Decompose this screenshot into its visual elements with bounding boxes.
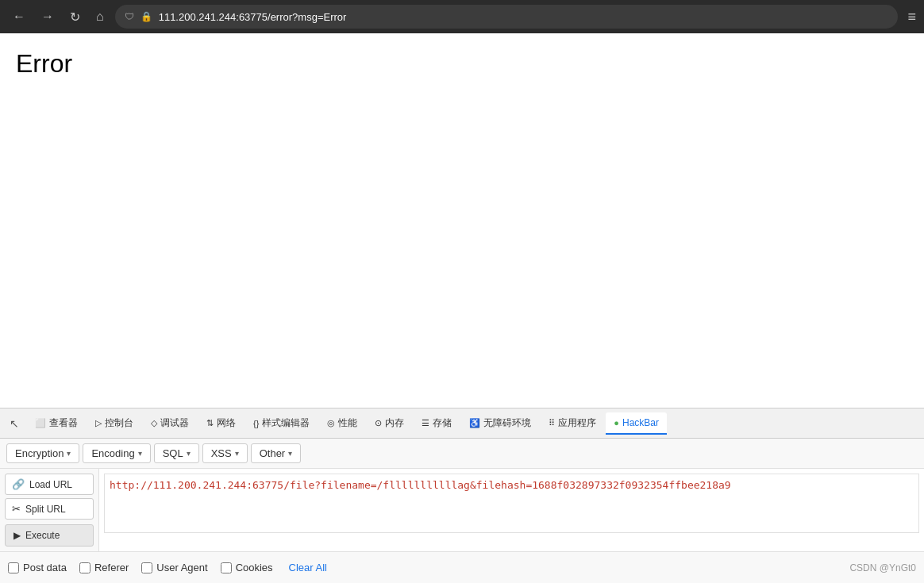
- memory-icon: ⊙: [375, 418, 382, 428]
- inspector-icon: ⬜: [35, 418, 46, 428]
- style-icon: {}: [253, 419, 259, 428]
- storage-icon: ☰: [422, 418, 429, 428]
- browser-chrome: ← → ↻ ⌂ 🛡 🔒 111.200.241.244:63775/error?…: [0, 0, 924, 33]
- execute-icon: ▶: [13, 530, 21, 541]
- split-url-icon: ✂: [12, 503, 21, 515]
- load-url-icon: 🔗: [12, 478, 25, 490]
- other-arrow-icon: ▾: [288, 449, 292, 458]
- address-text: 111.200.241.244:63775/error?msg=Error: [159, 11, 889, 23]
- console-icon: ▷: [95, 418, 102, 428]
- split-url-button[interactable]: ✂ Split URL: [5, 498, 94, 520]
- encoding-dropdown[interactable]: Encoding ▾: [83, 443, 150, 463]
- lock-icon: 🔒: [141, 11, 152, 22]
- tab-network[interactable]: ⇅ 网络: [198, 412, 244, 435]
- encoding-arrow-icon: ▾: [138, 449, 142, 458]
- back-button[interactable]: ←: [8, 6, 30, 27]
- cookies-checkbox[interactable]: [221, 562, 232, 573]
- perf-icon: ◎: [327, 418, 335, 428]
- user-agent-checkbox-label[interactable]: User Agent: [141, 562, 207, 573]
- url-textarea[interactable]: [104, 474, 919, 533]
- cookies-checkbox-label[interactable]: Cookies: [221, 562, 273, 573]
- tab-application[interactable]: ⠿ 应用程序: [541, 412, 604, 435]
- xss-arrow-icon: ▾: [235, 449, 239, 458]
- other-dropdown[interactable]: Other ▾: [251, 443, 302, 463]
- reload-button[interactable]: ↻: [65, 6, 85, 28]
- hackbar-main: 🔗 Load URL ✂ Split URL ▶ Execute: [0, 469, 924, 551]
- url-input-area: [99, 469, 924, 551]
- page-content: Error: [0, 33, 924, 408]
- tab-debugger[interactable]: ◇ 调试器: [143, 412, 197, 435]
- user-agent-checkbox[interactable]: [141, 562, 152, 573]
- page-error-title: Error: [16, 49, 908, 79]
- tab-style-editor[interactable]: {} 样式编辑器: [245, 412, 318, 435]
- tab-console[interactable]: ▷ 控制台: [87, 412, 141, 435]
- app-icon: ⠿: [549, 418, 555, 428]
- home-button[interactable]: ⌂: [91, 6, 109, 27]
- post-data-checkbox[interactable]: [8, 562, 19, 573]
- sql-arrow-icon: ▾: [187, 449, 191, 458]
- devtools-panel: ↖ ⬜ 查看器 ▷ 控制台 ◇ 调试器 ⇅ 网络 {} 样式编辑器 ◎ 性能 ⊙…: [0, 408, 924, 583]
- hackbar-actions: 🔗 Load URL ✂ Split URL ▶ Execute: [0, 469, 99, 551]
- hackbar-circle-icon: ●: [614, 418, 619, 428]
- browser-menu-icon[interactable]: ≡: [907, 9, 916, 25]
- referer-checkbox-label[interactable]: Referer: [79, 562, 129, 573]
- hackbar-options: Post data Referer User Agent Cookies Cle…: [0, 551, 924, 583]
- debugger-icon: ◇: [151, 418, 157, 428]
- network-icon: ⇅: [206, 418, 214, 428]
- execute-button[interactable]: ▶ Execute: [5, 524, 94, 547]
- encryption-arrow-icon: ▾: [67, 449, 71, 458]
- address-bar[interactable]: 🛡 🔒 111.200.241.244:63775/error?msg=Erro…: [115, 5, 899, 29]
- encryption-dropdown[interactable]: Encryption ▾: [6, 443, 79, 463]
- sql-dropdown[interactable]: SQL ▾: [154, 443, 199, 463]
- a11y-icon: ♿: [469, 418, 480, 428]
- load-url-button[interactable]: 🔗 Load URL: [5, 474, 94, 495]
- shield-icon: 🛡: [125, 11, 134, 22]
- xss-dropdown[interactable]: XSS ▾: [202, 443, 248, 463]
- tab-accessibility[interactable]: ♿ 无障碍环境: [461, 412, 539, 435]
- forward-button[interactable]: →: [37, 6, 59, 27]
- csdn-watermark: CSDN @YnGt0: [849, 562, 916, 573]
- clear-all-button[interactable]: Clear All: [289, 562, 327, 573]
- tab-hackbar[interactable]: ● HackBar: [606, 412, 667, 435]
- post-data-checkbox-label[interactable]: Post data: [8, 562, 67, 573]
- referer-checkbox[interactable]: [79, 562, 90, 573]
- tab-memory[interactable]: ⊙ 内存: [367, 412, 412, 435]
- tab-inspector[interactable]: ⬜ 查看器: [27, 412, 86, 435]
- tab-performance[interactable]: ◎ 性能: [319, 412, 365, 435]
- devtools-tabs: ↖ ⬜ 查看器 ▷ 控制台 ◇ 调试器 ⇅ 网络 {} 样式编辑器 ◎ 性能 ⊙…: [0, 408, 924, 439]
- tab-storage[interactable]: ☰ 存储: [414, 412, 460, 435]
- devtools-pointer[interactable]: ↖: [3, 412, 25, 435]
- hackbar-toolbar: Encryption ▾ Encoding ▾ SQL ▾ XSS ▾ Othe…: [0, 439, 924, 469]
